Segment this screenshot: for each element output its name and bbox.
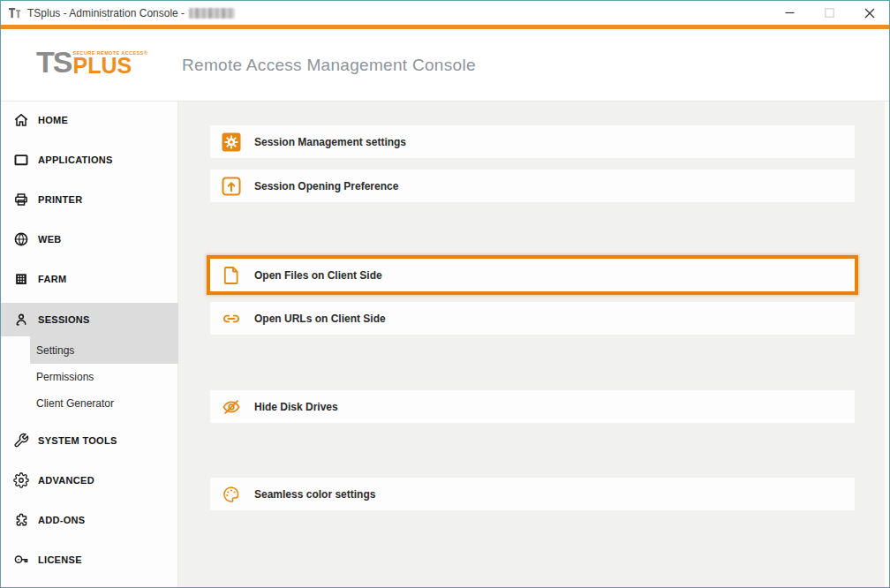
sidebar-item-sessions[interactable]: SESSIONS xyxy=(1,303,178,336)
sidebar-item-printer[interactable]: PRINTER xyxy=(1,186,178,213)
sidebar-item-label: ADVANCED xyxy=(38,475,94,486)
sidebar-item-label: SYSTEM TOOLS xyxy=(38,435,117,446)
globe-icon xyxy=(13,231,29,247)
tsplus-logo: TS SECURE REMOTE ACCESS® PLUS xyxy=(36,49,147,75)
key-icon xyxy=(13,552,29,568)
sidebar-item-label: HOME xyxy=(38,115,68,125)
tile-label: Seamless color settings xyxy=(254,488,375,501)
tile-label: Session Opening Preference xyxy=(254,180,398,192)
link-icon xyxy=(222,309,241,328)
applications-icon xyxy=(13,152,29,168)
subitem-label: Permissions xyxy=(36,371,94,383)
home-icon xyxy=(13,112,29,128)
gear-square-icon xyxy=(222,132,241,152)
sidebar-subitem-settings[interactable]: Settings xyxy=(30,336,178,364)
tile-label: Hide Disk Drives xyxy=(254,401,338,413)
tile-label: Open Files on Client Side xyxy=(254,269,382,282)
header: TS SECURE REMOTE ACCESS® PLUS Remote Acc… xyxy=(1,29,889,102)
sidebar-item-label: PRINTER xyxy=(38,194,82,205)
logo-plus-text: PLUS xyxy=(72,57,147,75)
sidebar-item-applications[interactable]: APPLICATIONS xyxy=(1,147,178,173)
sidebar-item-system-tools[interactable]: SYSTEM TOOLS xyxy=(1,427,178,454)
sidebar-item-label: LICENSE xyxy=(38,554,82,565)
tile-label: Session Management settings xyxy=(254,136,406,148)
tile-seamless-color-settings[interactable]: Seamless color settings xyxy=(210,478,855,510)
sidebar-item-web[interactable]: WEB xyxy=(1,226,178,253)
subitem-label: Settings xyxy=(36,344,74,357)
open-window-icon xyxy=(222,177,241,196)
farm-icon xyxy=(13,271,29,287)
sidebar-item-license[interactable]: LICENSE xyxy=(1,547,178,573)
redacted-hostname xyxy=(189,8,235,19)
puzzle-icon xyxy=(13,512,29,528)
sidebar-subitem-client-generator[interactable]: Client Generator xyxy=(30,390,178,417)
sidebar-item-label: APPLICATIONS xyxy=(38,155,113,165)
eye-off-icon xyxy=(222,397,241,417)
sidebar-item-label: ADD-ONS xyxy=(38,515,85,525)
sidebar-item-advanced[interactable]: ADVANCED xyxy=(1,467,178,494)
main-content: Session Management settings Session Open… xyxy=(178,102,889,588)
window-controls xyxy=(770,1,889,25)
tile-open-files-on-client-side[interactable]: Open Files on Client Side xyxy=(207,255,858,295)
scrollbar-track[interactable] xyxy=(885,102,889,588)
sidebar-item-label: SESSIONS xyxy=(38,314,90,325)
subitem-label: Client Generator xyxy=(36,397,114,410)
tile-session-opening-preference[interactable]: Session Opening Preference xyxy=(210,170,855,202)
maximize-button[interactable] xyxy=(810,1,849,25)
wrench-icon xyxy=(13,433,29,449)
tile-label: Open URLs on Client Side xyxy=(254,313,386,325)
app-window: TSplus - Administration Console - TS SEC… xyxy=(0,0,890,588)
close-button[interactable] xyxy=(849,1,889,25)
tile-hide-disk-drives[interactable]: Hide Disk Drives xyxy=(210,390,855,423)
minimize-button[interactable] xyxy=(770,1,810,25)
logo-ts-text: TS xyxy=(36,49,71,75)
minimize-icon xyxy=(785,8,795,18)
title-bar: TSplus - Administration Console - xyxy=(1,1,889,25)
window-title: TSplus - Administration Console - xyxy=(27,7,185,19)
sidebar-subitem-permissions[interactable]: Permissions xyxy=(30,364,178,390)
page-title: Remote Access Management Console xyxy=(182,56,476,75)
maximize-icon xyxy=(825,8,834,18)
sidebar-item-home[interactable]: HOME xyxy=(1,107,178,133)
sidebar-item-label: FARM xyxy=(38,274,66,284)
tile-session-management-settings[interactable]: Session Management settings xyxy=(210,125,855,158)
tsplus-app-icon xyxy=(7,5,22,20)
sidebar-item-add-ons[interactable]: ADD-ONS xyxy=(1,507,178,533)
gear-icon xyxy=(13,472,29,488)
sidebar: HOME APPLICATIONS PRINTER WEB xyxy=(1,102,178,588)
palette-icon xyxy=(222,485,241,504)
sidebar-item-farm[interactable]: FARM xyxy=(1,266,178,292)
close-icon xyxy=(864,8,875,19)
person-icon xyxy=(13,312,29,328)
file-icon xyxy=(222,266,241,285)
sidebar-item-label: WEB xyxy=(38,234,62,245)
tile-open-urls-on-client-side[interactable]: Open URLs on Client Side xyxy=(210,302,855,335)
printer-icon xyxy=(13,192,29,207)
